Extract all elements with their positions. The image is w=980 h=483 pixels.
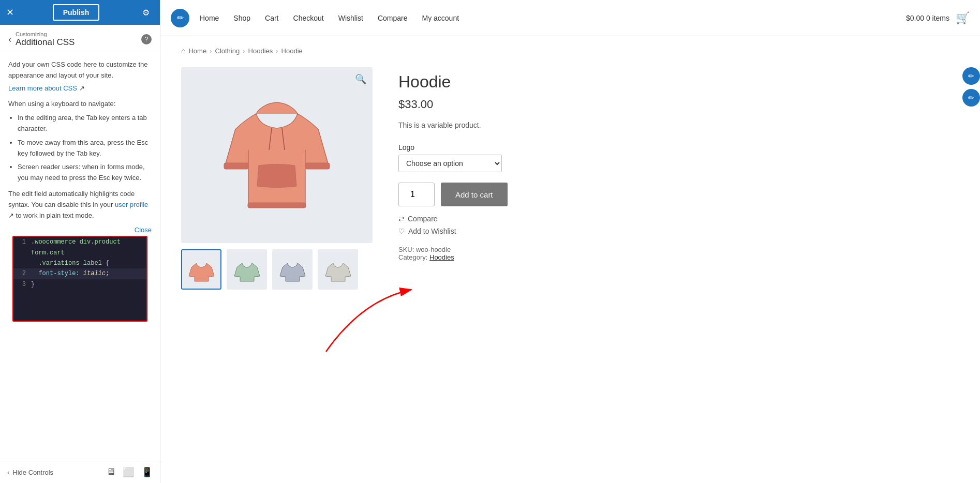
add-to-cart-button[interactable]: Add to cart bbox=[441, 183, 508, 206]
category-label: Category: bbox=[398, 253, 427, 261]
compare-label: Compare bbox=[408, 215, 438, 223]
product-actions: ⇄ Compare ♡ Add to Wishlist bbox=[398, 215, 959, 235]
keyboard-tip-1: In the editing area, the Tab key enters … bbox=[18, 113, 152, 134]
panel-header: ‹ Customizing Additional CSS ? bbox=[0, 25, 160, 52]
hide-controls-btn[interactable]: ‹ Hide Controls bbox=[7, 469, 53, 476]
code-line-2: .variations label { bbox=[13, 258, 146, 268]
panel-body: Add your own CSS code here to customize … bbox=[0, 52, 160, 461]
code-line-1: 1 .woocommerce div.product form.cart bbox=[13, 237, 146, 258]
svg-rect-3 bbox=[305, 163, 330, 169]
sku-row: SKU: woo-hoodie bbox=[398, 246, 959, 253]
css-code-editor[interactable]: 1 .woocommerce div.product form.cart .va… bbox=[12, 236, 147, 322]
panel-title-block: Customizing Additional CSS bbox=[11, 31, 141, 48]
nav-links: Home Shop Cart Checkout Wishlist Compare… bbox=[200, 14, 906, 22]
learn-more-link[interactable]: Learn more about CSS bbox=[8, 84, 77, 92]
external-link-icon: ↗ bbox=[79, 84, 85, 92]
site-nav: ✏ Home Shop Cart Checkout Wishlist Compa… bbox=[160, 0, 980, 36]
breadcrumb: ⌂ Home › Clothing › Hoodies › Hoodie bbox=[181, 47, 959, 55]
close-link[interactable]: Close bbox=[8, 225, 152, 236]
breadcrumb-sep-2: › bbox=[243, 47, 245, 55]
keyboard-intro: When using a keyboard to navigate: bbox=[8, 99, 152, 110]
thumbnail-row bbox=[181, 249, 373, 290]
code-line-4: 3 } bbox=[13, 279, 146, 290]
thumbnail-2[interactable] bbox=[227, 249, 267, 290]
cart-icon[interactable]: 🛒 bbox=[956, 11, 970, 25]
wishlist-link[interactable]: ♡ Add to Wishlist bbox=[398, 227, 959, 235]
quantity-input[interactable] bbox=[398, 183, 435, 206]
nav-shop[interactable]: Shop bbox=[233, 14, 250, 22]
keyboard-tip-3: Screen reader users: when in forms mode,… bbox=[18, 162, 152, 184]
nav-wishlist[interactable]: Wishlist bbox=[338, 14, 363, 22]
external-link-small: ↗ bbox=[8, 212, 14, 219]
category-link[interactable]: Hoodies bbox=[429, 253, 454, 261]
tablet-icon[interactable]: ⬜ bbox=[123, 466, 134, 478]
nav-checkout[interactable]: Checkout bbox=[293, 14, 324, 22]
keyboard-tip-2: To move away from this area, press the E… bbox=[18, 138, 152, 159]
wishlist-label: Add to Wishlist bbox=[408, 227, 456, 235]
edit-icons: ✏ ✏ bbox=[962, 67, 980, 107]
nav-cart[interactable]: Cart bbox=[265, 14, 278, 22]
mobile-icon[interactable]: 📱 bbox=[141, 466, 153, 478]
close-button[interactable]: ✕ bbox=[6, 8, 14, 17]
sku-label: SKU: bbox=[398, 246, 414, 253]
cart-amount: $0.00 0 items bbox=[906, 14, 949, 22]
breadcrumb-current: Hoodie bbox=[281, 47, 303, 55]
edit-icon-1[interactable]: ✏ bbox=[962, 67, 980, 85]
product-meta: SKU: woo-hoodie Category: Hoodies bbox=[398, 246, 959, 261]
product-title: Hoodie bbox=[398, 72, 959, 92]
product-price: $33.00 bbox=[398, 98, 959, 111]
code-line-3: 2 font-style: italic; bbox=[13, 268, 146, 279]
help-icon[interactable]: ? bbox=[141, 34, 152, 44]
bottom-bar: ‹ Hide Controls 🖥 ⬜ 📱 bbox=[0, 461, 160, 483]
gear-button[interactable]: ⚙ bbox=[138, 6, 154, 20]
nav-right: $0.00 0 items 🛒 bbox=[906, 11, 970, 25]
breadcrumb-home[interactable]: Home bbox=[188, 47, 206, 55]
breadcrumb-hoodies[interactable]: Hoodies bbox=[248, 47, 273, 55]
nav-home[interactable]: Home bbox=[200, 14, 219, 22]
bottom-icons: 🖥 ⬜ 📱 bbox=[106, 466, 153, 478]
publish-button[interactable]: Publish bbox=[53, 4, 100, 21]
variation-label: Logo bbox=[398, 143, 959, 152]
edit-field-note: The edit field automatically highlights … bbox=[8, 189, 152, 221]
right-panel: ✏ Home Shop Cart Checkout Wishlist Compa… bbox=[160, 0, 980, 483]
main-content: ⌂ Home › Clothing › Hoodies › Hoodie 🔍 bbox=[160, 36, 980, 483]
hoodie-image bbox=[220, 83, 334, 228]
add-to-cart-row: Add to cart bbox=[398, 183, 959, 206]
site-logo[interactable]: ✏ bbox=[171, 9, 189, 27]
compare-icon: ⇄ bbox=[398, 215, 405, 223]
home-icon: ⌂ bbox=[181, 47, 185, 55]
edit-icon-2[interactable]: ✏ bbox=[962, 89, 980, 107]
zoom-icon[interactable]: 🔍 bbox=[355, 73, 366, 85]
product-layout: 🔍 bbox=[181, 67, 959, 290]
breadcrumb-sep-3: › bbox=[276, 47, 278, 55]
nav-compare[interactable]: Compare bbox=[378, 14, 408, 22]
left-customizer-panel: ✕ Publish ⚙ ‹ Customizing Additional CSS… bbox=[0, 0, 160, 483]
product-info: Hoodie $33.00 This is a variable product… bbox=[398, 67, 959, 261]
desktop-icon[interactable]: 🖥 bbox=[106, 466, 115, 478]
thumbnail-1[interactable] bbox=[181, 249, 221, 290]
variation-select[interactable]: Choose an option bbox=[398, 155, 502, 172]
panel-title: Additional CSS bbox=[16, 37, 141, 48]
thumbnail-3[interactable] bbox=[272, 249, 313, 290]
user-profile-link[interactable]: user profile bbox=[115, 201, 148, 208]
category-row: Category: Hoodies bbox=[398, 253, 959, 261]
hide-controls-label: Hide Controls bbox=[12, 469, 53, 476]
sku-value: woo-hoodie bbox=[416, 246, 451, 253]
breadcrumb-clothing[interactable]: Clothing bbox=[215, 47, 240, 55]
nav-myaccount[interactable]: My account bbox=[422, 14, 459, 22]
main-image-box: 🔍 bbox=[181, 67, 373, 243]
thumbnail-4[interactable] bbox=[318, 249, 358, 290]
product-images: 🔍 bbox=[181, 67, 373, 290]
svg-rect-4 bbox=[248, 203, 306, 208]
description-text: Add your own CSS code here to customize … bbox=[8, 59, 152, 81]
hide-controls-left-arrow: ‹ bbox=[7, 469, 9, 476]
wishlist-icon: ♡ bbox=[398, 227, 405, 235]
product-section: 🔍 bbox=[181, 67, 959, 290]
breadcrumb-sep-1: › bbox=[210, 47, 212, 55]
top-bar: ✕ Publish ⚙ bbox=[0, 0, 160, 25]
compare-link[interactable]: ⇄ Compare bbox=[398, 215, 959, 223]
svg-rect-2 bbox=[224, 163, 248, 169]
product-description: This is a variable product. bbox=[398, 119, 959, 131]
customizing-label: Customizing bbox=[16, 31, 141, 37]
